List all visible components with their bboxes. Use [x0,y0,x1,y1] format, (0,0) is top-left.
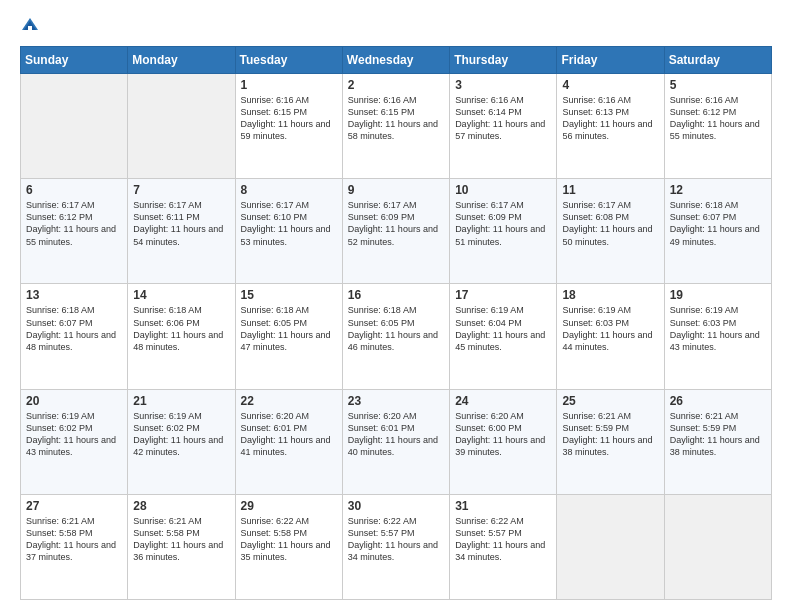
calendar-cell: 9Sunrise: 6:17 AMSunset: 6:09 PMDaylight… [342,179,449,284]
cell-content: Sunrise: 6:22 AMSunset: 5:57 PMDaylight:… [348,515,444,564]
calendar-cell: 24Sunrise: 6:20 AMSunset: 6:00 PMDayligh… [450,389,557,494]
calendar-cell: 12Sunrise: 6:18 AMSunset: 6:07 PMDayligh… [664,179,771,284]
header [20,16,772,36]
calendar-week-row: 1Sunrise: 6:16 AMSunset: 6:15 PMDaylight… [21,74,772,179]
day-number: 28 [133,499,229,513]
calendar-cell: 28Sunrise: 6:21 AMSunset: 5:58 PMDayligh… [128,494,235,599]
calendar-header-row: SundayMondayTuesdayWednesdayThursdayFrid… [21,47,772,74]
day-number: 26 [670,394,766,408]
calendar-cell [557,494,664,599]
day-number: 17 [455,288,551,302]
calendar-cell: 15Sunrise: 6:18 AMSunset: 6:05 PMDayligh… [235,284,342,389]
day-header-sunday: Sunday [21,47,128,74]
calendar-cell: 1Sunrise: 6:16 AMSunset: 6:15 PMDaylight… [235,74,342,179]
day-number: 10 [455,183,551,197]
day-number: 8 [241,183,337,197]
day-header-wednesday: Wednesday [342,47,449,74]
day-number: 15 [241,288,337,302]
day-number: 11 [562,183,658,197]
day-number: 4 [562,78,658,92]
day-number: 9 [348,183,444,197]
cell-content: Sunrise: 6:17 AMSunset: 6:11 PMDaylight:… [133,199,229,248]
day-number: 21 [133,394,229,408]
calendar-cell: 31Sunrise: 6:22 AMSunset: 5:57 PMDayligh… [450,494,557,599]
calendar-cell: 13Sunrise: 6:18 AMSunset: 6:07 PMDayligh… [21,284,128,389]
day-header-friday: Friday [557,47,664,74]
day-number: 24 [455,394,551,408]
cell-content: Sunrise: 6:16 AMSunset: 6:15 PMDaylight:… [348,94,444,143]
day-number: 14 [133,288,229,302]
logo-icon [20,16,40,36]
calendar-cell: 5Sunrise: 6:16 AMSunset: 6:12 PMDaylight… [664,74,771,179]
calendar-cell: 17Sunrise: 6:19 AMSunset: 6:04 PMDayligh… [450,284,557,389]
calendar-cell: 6Sunrise: 6:17 AMSunset: 6:12 PMDaylight… [21,179,128,284]
calendar-cell: 2Sunrise: 6:16 AMSunset: 6:15 PMDaylight… [342,74,449,179]
day-number: 7 [133,183,229,197]
day-number: 25 [562,394,658,408]
cell-content: Sunrise: 6:16 AMSunset: 6:14 PMDaylight:… [455,94,551,143]
cell-content: Sunrise: 6:19 AMSunset: 6:02 PMDaylight:… [133,410,229,459]
day-header-monday: Monday [128,47,235,74]
calendar-week-row: 27Sunrise: 6:21 AMSunset: 5:58 PMDayligh… [21,494,772,599]
calendar-cell: 25Sunrise: 6:21 AMSunset: 5:59 PMDayligh… [557,389,664,494]
day-number: 29 [241,499,337,513]
day-number: 1 [241,78,337,92]
calendar-cell: 10Sunrise: 6:17 AMSunset: 6:09 PMDayligh… [450,179,557,284]
cell-content: Sunrise: 6:21 AMSunset: 5:58 PMDaylight:… [133,515,229,564]
calendar-cell: 7Sunrise: 6:17 AMSunset: 6:11 PMDaylight… [128,179,235,284]
calendar-cell: 27Sunrise: 6:21 AMSunset: 5:58 PMDayligh… [21,494,128,599]
day-header-thursday: Thursday [450,47,557,74]
calendar-cell: 20Sunrise: 6:19 AMSunset: 6:02 PMDayligh… [21,389,128,494]
cell-content: Sunrise: 6:19 AMSunset: 6:03 PMDaylight:… [670,304,766,353]
cell-content: Sunrise: 6:16 AMSunset: 6:12 PMDaylight:… [670,94,766,143]
calendar-cell: 8Sunrise: 6:17 AMSunset: 6:10 PMDaylight… [235,179,342,284]
day-number: 31 [455,499,551,513]
day-number: 27 [26,499,122,513]
cell-content: Sunrise: 6:19 AMSunset: 6:03 PMDaylight:… [562,304,658,353]
calendar-cell: 14Sunrise: 6:18 AMSunset: 6:06 PMDayligh… [128,284,235,389]
day-number: 12 [670,183,766,197]
calendar-cell: 16Sunrise: 6:18 AMSunset: 6:05 PMDayligh… [342,284,449,389]
calendar-cell: 19Sunrise: 6:19 AMSunset: 6:03 PMDayligh… [664,284,771,389]
cell-content: Sunrise: 6:20 AMSunset: 6:01 PMDaylight:… [348,410,444,459]
day-header-tuesday: Tuesday [235,47,342,74]
cell-content: Sunrise: 6:22 AMSunset: 5:58 PMDaylight:… [241,515,337,564]
cell-content: Sunrise: 6:17 AMSunset: 6:08 PMDaylight:… [562,199,658,248]
day-number: 5 [670,78,766,92]
calendar-cell: 29Sunrise: 6:22 AMSunset: 5:58 PMDayligh… [235,494,342,599]
cell-content: Sunrise: 6:19 AMSunset: 6:02 PMDaylight:… [26,410,122,459]
calendar-cell: 4Sunrise: 6:16 AMSunset: 6:13 PMDaylight… [557,74,664,179]
calendar-cell: 21Sunrise: 6:19 AMSunset: 6:02 PMDayligh… [128,389,235,494]
day-number: 22 [241,394,337,408]
day-number: 18 [562,288,658,302]
day-number: 3 [455,78,551,92]
cell-content: Sunrise: 6:20 AMSunset: 6:01 PMDaylight:… [241,410,337,459]
cell-content: Sunrise: 6:16 AMSunset: 6:13 PMDaylight:… [562,94,658,143]
cell-content: Sunrise: 6:22 AMSunset: 5:57 PMDaylight:… [455,515,551,564]
calendar-cell [664,494,771,599]
cell-content: Sunrise: 6:21 AMSunset: 5:59 PMDaylight:… [562,410,658,459]
day-number: 20 [26,394,122,408]
cell-content: Sunrise: 6:17 AMSunset: 6:09 PMDaylight:… [348,199,444,248]
day-number: 2 [348,78,444,92]
day-header-saturday: Saturday [664,47,771,74]
cell-content: Sunrise: 6:17 AMSunset: 6:10 PMDaylight:… [241,199,337,248]
calendar-cell [128,74,235,179]
page: SundayMondayTuesdayWednesdayThursdayFrid… [0,0,792,612]
cell-content: Sunrise: 6:21 AMSunset: 5:58 PMDaylight:… [26,515,122,564]
cell-content: Sunrise: 6:18 AMSunset: 6:06 PMDaylight:… [133,304,229,353]
calendar-cell: 26Sunrise: 6:21 AMSunset: 5:59 PMDayligh… [664,389,771,494]
calendar-cell: 3Sunrise: 6:16 AMSunset: 6:14 PMDaylight… [450,74,557,179]
calendar-week-row: 13Sunrise: 6:18 AMSunset: 6:07 PMDayligh… [21,284,772,389]
day-number: 6 [26,183,122,197]
cell-content: Sunrise: 6:18 AMSunset: 6:07 PMDaylight:… [26,304,122,353]
day-number: 30 [348,499,444,513]
cell-content: Sunrise: 6:19 AMSunset: 6:04 PMDaylight:… [455,304,551,353]
cell-content: Sunrise: 6:21 AMSunset: 5:59 PMDaylight:… [670,410,766,459]
calendar-week-row: 6Sunrise: 6:17 AMSunset: 6:12 PMDaylight… [21,179,772,284]
day-number: 16 [348,288,444,302]
svg-rect-2 [28,26,32,30]
calendar-cell [21,74,128,179]
calendar-cell: 18Sunrise: 6:19 AMSunset: 6:03 PMDayligh… [557,284,664,389]
calendar-week-row: 20Sunrise: 6:19 AMSunset: 6:02 PMDayligh… [21,389,772,494]
